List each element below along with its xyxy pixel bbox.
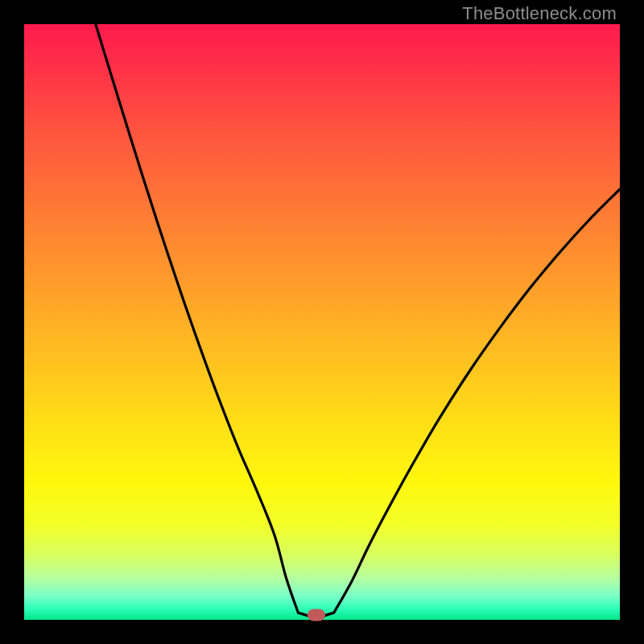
chart-frame: TheBottleneck.com — [0, 0, 644, 644]
watermark-text: TheBottleneck.com — [462, 3, 617, 24]
optimum-marker — [308, 609, 325, 621]
bottleneck-curve — [24, 24, 620, 620]
curve-path — [96, 24, 620, 617]
plot-area — [24, 24, 620, 620]
